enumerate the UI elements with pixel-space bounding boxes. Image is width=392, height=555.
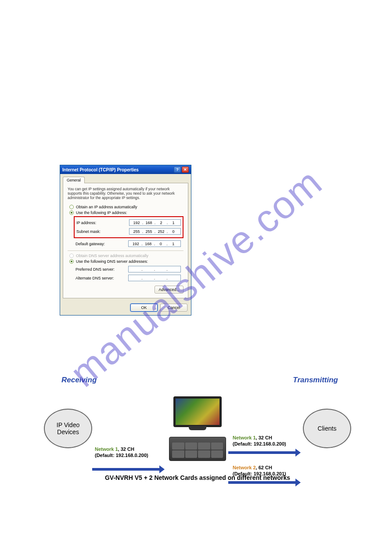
- radio-use-following-dns[interactable]: Use the following DNS server addresses:: [69, 259, 182, 264]
- clients-node: Clients: [303, 409, 351, 448]
- receiving-heading: Receiving: [61, 376, 97, 385]
- tx-network-1-name: Network 1: [233, 435, 256, 440]
- close-button[interactable]: ✕: [182, 167, 189, 173]
- radio-obtain-dns-auto: Obtain DNS server address automatically: [69, 254, 182, 258]
- nvr-rack-icon: [169, 437, 226, 461]
- rx-network-1-default: (Default: 192.168.0.200): [95, 453, 148, 458]
- default-gateway-input[interactable]: 192. 168. 0. 1: [128, 240, 181, 247]
- rx-network-1-ch: , 32 CH: [118, 446, 134, 452]
- transmitting-heading: Transmitting: [293, 376, 338, 385]
- preferred-dns-input[interactable]: ...: [128, 266, 181, 272]
- radio-icon: [69, 259, 74, 264]
- advanced-button[interactable]: Advanced...: [155, 286, 183, 294]
- preferred-dns-label: Preferred DNS server:: [76, 267, 128, 272]
- radio-use-following-ip[interactable]: Use the following IP address:: [69, 210, 182, 215]
- default-gateway-label: Default gateway:: [76, 242, 128, 246]
- monitor-icon: [173, 396, 222, 427]
- radio-icon: [69, 254, 74, 258]
- network-diagram: Receiving Transmitting IP Video Devices …: [44, 389, 351, 481]
- tab-general[interactable]: General: [63, 177, 85, 183]
- dialog-titlebar: Internet Protocol (TCP/IP) Properties ? …: [60, 165, 191, 174]
- diagram-caption: GV-NVRH V5 + 2 Network Cards assigned on…: [44, 474, 351, 481]
- tx-network-1-ch: , 32 CH: [256, 435, 272, 440]
- ip-address-label: IP address:: [76, 221, 129, 225]
- tcpip-properties-dialog: Internet Protocol (TCP/IP) Properties ? …: [60, 165, 191, 316]
- arrow-icon: [228, 451, 296, 454]
- rx-network-1-name: Network 1: [95, 446, 118, 452]
- nvr-system-node: [167, 396, 228, 461]
- tx-network-1-default: (Default: 192.168.0.200): [233, 441, 286, 446]
- help-text: You can get IP settings assigned automat…: [68, 187, 183, 200]
- ok-button[interactable]: OK: [130, 304, 158, 312]
- arrow-icon: [228, 481, 296, 484]
- help-button[interactable]: ?: [174, 167, 181, 173]
- subnet-mask-input[interactable]: 255. 255. 252. 0: [129, 228, 181, 235]
- radio-label: Use the following IP address:: [76, 210, 127, 215]
- arrow-icon: [92, 468, 160, 471]
- dialog-title: Internet Protocol (TCP/IP) Properties: [62, 167, 139, 172]
- cancel-button[interactable]: Cancel: [160, 304, 187, 312]
- radio-icon: [69, 210, 74, 215]
- radio-icon: [69, 205, 74, 209]
- tx-network-2-default: (Default: 192.168.0.201): [233, 471, 286, 476]
- tx-network-2-ch: , 62 CH: [256, 465, 272, 470]
- radio-obtain-ip-auto[interactable]: Obtain an IP address automatically: [69, 205, 182, 209]
- subnet-mask-label: Subnet mask:: [76, 229, 129, 234]
- radio-label: Use the following DNS server addresses:: [76, 259, 148, 264]
- radio-label: Obtain DNS server address automatically: [76, 254, 148, 258]
- tab-strip: General: [60, 174, 191, 183]
- alternate-dns-label: Alternate DNS server:: [76, 276, 128, 280]
- radio-label: Obtain an IP address automatically: [76, 205, 137, 209]
- ip-video-devices-node: IP Video Devices: [44, 409, 92, 448]
- highlighted-ip-fields: IP address: 192. 168. 2. 1 Subnet mask: …: [74, 216, 183, 238]
- alternate-dns-input[interactable]: ...: [128, 275, 181, 281]
- tx-network-2-name: Network 2: [233, 465, 256, 470]
- ip-address-input[interactable]: 192. 168. 2. 1: [129, 219, 181, 226]
